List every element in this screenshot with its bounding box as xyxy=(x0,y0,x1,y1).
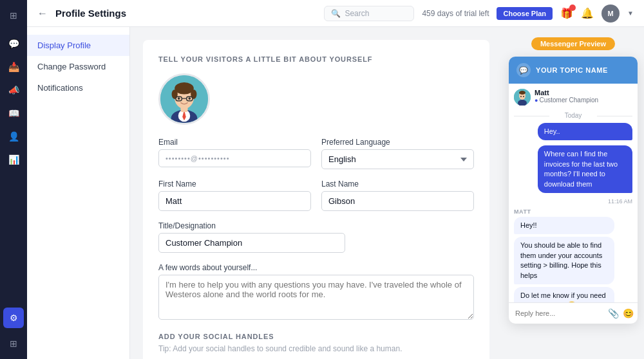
notification-badge xyxy=(569,5,576,11)
chat-header-icon: 💬 xyxy=(516,63,531,77)
trial-text: 459 days of trial left xyxy=(422,9,489,18)
emoji-icon[interactable]: 😊 xyxy=(623,308,634,318)
settings-icon[interactable]: ⚙ xyxy=(3,308,24,328)
about-label: A few words about yourself... xyxy=(158,263,474,272)
apps-icon[interactable]: ⊞ xyxy=(3,333,24,354)
home-icon[interactable]: ⊞ xyxy=(3,5,24,26)
nav-item-notifications[interactable]: Notifications xyxy=(27,77,129,98)
form-card: TELL YOUR VISITORS A LITTLE BIT ABOUT YO… xyxy=(143,40,489,359)
first-name-label: First Name xyxy=(158,180,311,189)
svg-point-19 xyxy=(523,96,524,97)
chat-body: Matt ● Customer Champion Today Hey.. Whe… xyxy=(509,84,638,302)
preferred-language-select[interactable]: English Spanish French xyxy=(321,149,474,169)
messenger-preview-label: Messenger Preview xyxy=(531,37,615,50)
day-divider: Today xyxy=(514,112,632,119)
chat-icon[interactable]: 💬 xyxy=(3,33,24,54)
svg-point-13 xyxy=(188,97,191,100)
title-input[interactable] xyxy=(158,233,345,253)
search-box[interactable]: 🔍 Search xyxy=(324,6,414,21)
chat-agent-row: Matt ● Customer Champion xyxy=(514,89,632,106)
last-name-input[interactable] xyxy=(321,191,474,211)
email-label: Email xyxy=(158,138,311,147)
svg-point-8 xyxy=(191,89,196,99)
bell-icon[interactable]: 🔔 xyxy=(581,7,594,19)
top-header: ← Profile Settings 🔍 Search 459 days of … xyxy=(27,0,644,27)
agent-label: MATT xyxy=(514,208,632,215)
contacts-icon[interactable]: 👤 xyxy=(3,126,24,147)
inbox-icon[interactable]: 📥 xyxy=(3,57,24,77)
last-name-label: Last Name xyxy=(321,180,474,189)
reports-icon[interactable]: 📊 xyxy=(3,149,24,170)
avatar-container xyxy=(158,73,474,125)
nav-item-display-profile[interactable]: Display Profile xyxy=(27,35,129,56)
chevron-down-icon[interactable]: ▼ xyxy=(627,10,634,17)
about-textarea[interactable] xyxy=(158,275,474,320)
svg-point-18 xyxy=(520,96,522,97)
agent-reply-3: Do let me know if you need anything more… xyxy=(514,287,614,302)
about-group: A few words about yourself... xyxy=(158,263,474,320)
attachment-icon[interactable]: 📎 xyxy=(608,308,619,318)
title-group: Title/Designation xyxy=(158,221,345,253)
language-group: Preferred Language English Spanish Frenc… xyxy=(321,138,474,169)
agent-reply-2: You should be able to find them under yo… xyxy=(514,237,614,284)
visitor-bubble-short: Hey.. xyxy=(538,123,632,140)
first-name-group: First Name xyxy=(158,180,311,211)
svg-point-7 xyxy=(172,89,178,99)
chat-footer: 📎 😊 xyxy=(509,302,638,324)
svg-point-6 xyxy=(175,82,194,95)
agent-reply-1: Hey!! xyxy=(514,217,614,234)
left-nav: Display Profile Change Password Notifica… xyxy=(27,27,130,359)
main-content: TELL YOUR VISITORS A LITTLE BIT ABOUT YO… xyxy=(130,27,502,359)
sidebar: ⊞ 💬 📥 📣 📖 👤 📊 ⚙ ⊞ xyxy=(0,0,27,359)
search-placeholder: Search xyxy=(345,9,369,18)
name-row: First Name Last Name xyxy=(158,180,474,211)
nav-item-change-password[interactable]: Change Password xyxy=(27,56,129,77)
agent-info: Matt ● Customer Champion xyxy=(535,89,598,104)
title-label: Title/Designation xyxy=(158,221,345,230)
visitor-message-bubble: Where can I find the invoices for the la… xyxy=(538,145,632,193)
chat-header: 💬 YOUR TOPIC NAME xyxy=(509,57,638,84)
social-section-title: ADD YOUR SOCIAL HANDLES xyxy=(158,333,474,340)
chat-topic-name: YOUR TOPIC NAME xyxy=(536,66,608,74)
agent-name: Matt xyxy=(535,89,598,97)
title-row: Title/Designation xyxy=(158,221,474,253)
page-title: Profile Settings xyxy=(55,8,316,19)
gift-icon[interactable]: 🎁 xyxy=(560,7,573,19)
svg-point-12 xyxy=(178,97,180,100)
profile-avatar[interactable] xyxy=(158,73,210,125)
preferred-language-label: Preferred Language xyxy=(321,138,474,147)
avatar[interactable]: M xyxy=(601,5,620,23)
first-name-input[interactable] xyxy=(158,191,311,211)
email-input[interactable] xyxy=(158,149,311,167)
message-timestamp: 11:16 AM xyxy=(514,198,632,205)
book-icon[interactable]: 📖 xyxy=(3,103,24,124)
agent-avatar xyxy=(514,89,531,106)
chat-widget: 💬 YOUR TOPIC NAME xyxy=(509,57,638,324)
svg-point-17 xyxy=(519,91,526,95)
megaphone-icon[interactable]: 📣 xyxy=(3,80,24,100)
search-icon: 🔍 xyxy=(331,9,341,18)
section-title: TELL YOUR VISITORS A LITTLE BIT ABOUT YO… xyxy=(158,55,474,63)
last-name-group: Last Name xyxy=(321,180,474,211)
social-tip: Tip: Add your social handles to sound cr… xyxy=(158,344,474,353)
email-group: Email xyxy=(158,138,311,169)
agent-role: ● Customer Champion xyxy=(535,97,598,104)
back-button[interactable]: ← xyxy=(37,8,48,19)
chat-panel: Messenger Preview 💬 YOUR TOPIC NAME xyxy=(502,27,644,359)
choose-plan-button[interactable]: Choose Plan xyxy=(497,7,553,20)
email-language-row: Email Preferred Language English Spanish… xyxy=(158,138,474,169)
reply-input[interactable] xyxy=(515,309,604,317)
